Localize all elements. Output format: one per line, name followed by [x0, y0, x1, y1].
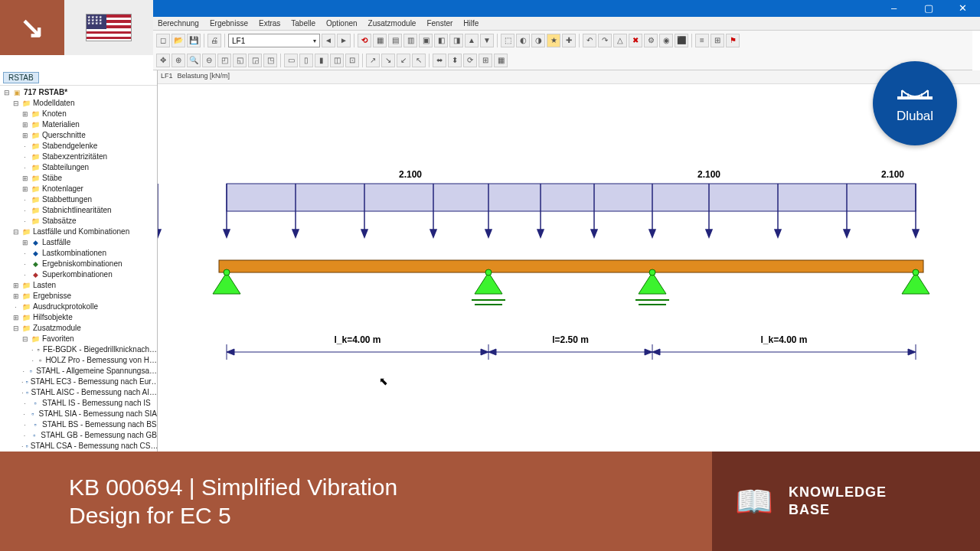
- view-u-icon[interactable]: ⊞: [479, 54, 492, 67]
- support-1[interactable]: [213, 269, 240, 294]
- cursor-icon: ⬉: [379, 375, 388, 387]
- navigator-tabs: RSTAB: [0, 70, 157, 86]
- tree-lfkomb[interactable]: ⊟📁Lastfälle und Kombinationen: [3, 227, 157, 237]
- svg-marker-4: [224, 230, 230, 237]
- tree-stahl-gb[interactable]: ·▫STAHL GB - Bemessung nach GB: [3, 430, 157, 441]
- svg-marker-48: [488, 349, 496, 355]
- tree-stabendgelenke[interactable]: ·📁Stabendgelenke: [3, 141, 157, 152]
- tree-querschnitte[interactable]: ⊞📁Querschnitte: [3, 130, 157, 141]
- tree-holz-pro[interactable]: ·▫HOLZ Pro - Bemessung von H…: [3, 355, 157, 366]
- view-r-icon[interactable]: ⬌: [433, 54, 446, 67]
- kb-title: KB 000694 | Simplified VibrationDesign f…: [0, 473, 712, 530]
- viewport-lf-label: LF1: [161, 72, 173, 82]
- svg-marker-6: [292, 230, 299, 237]
- tree-stahl-allg[interactable]: ·▫STAHL - Allgemeine Spannungsa…: [3, 366, 157, 377]
- tree-lasten[interactable]: ⊞📁Lasten: [3, 280, 157, 291]
- svg-marker-49: [645, 349, 652, 355]
- tree-knoten[interactable]: ⊞📁Knoten: [3, 109, 157, 119]
- beam-member[interactable]: [219, 260, 923, 272]
- tree-lastkomb[interactable]: ·◆Lastkombinationen: [3, 248, 157, 259]
- tree-stabnl[interactable]: ·📁Stabnichtlinearitäten: [3, 205, 157, 216]
- view-n-icon[interactable]: ↗: [366, 54, 380, 67]
- support-3[interactable]: [635, 269, 669, 305]
- svg-point-28: [224, 269, 230, 276]
- tree-stabexz[interactable]: ·📁Stabexzentrizitäten: [3, 152, 157, 162]
- view-j-icon[interactable]: ▯: [299, 54, 313, 67]
- tree-stahl-ec3[interactable]: ·▫STAHL EC3 - Bemessung nach Eur…: [3, 377, 157, 387]
- video-bottom-overlay: KB 000694 | Simplified VibrationDesign f…: [0, 452, 980, 551]
- tree-staebe[interactable]: ⊞📁Stäbe: [3, 173, 157, 184]
- video-top-overlay: ↘ ★★★★★★★★★★★★: [0, 0, 980, 55]
- tree-stahl-sia[interactable]: ·▫STAHL SIA - Bemessung nach SIA: [3, 409, 157, 419]
- model-viewport[interactable]: LF1 Belastung [kN/m]: [158, 70, 980, 452]
- view-c-icon[interactable]: 🔍: [187, 54, 201, 67]
- tree-ergkomb[interactable]: ·◆Ergebniskombinationen: [3, 259, 157, 269]
- svg-marker-51: [908, 349, 916, 355]
- tree-lastfaelle[interactable]: ⊞◆Lastfälle: [3, 237, 157, 248]
- tree-stabbett[interactable]: ·📁Stabbettungen: [3, 194, 157, 205]
- svg-marker-18: [649, 230, 655, 237]
- view-f-icon[interactable]: ◱: [233, 54, 247, 67]
- tree-ausdruck[interactable]: ·📁Ausdruckprotokolle: [3, 302, 157, 312]
- viewport-header: LF1 Belastung [kN/m]: [158, 70, 980, 84]
- structural-diagram[interactable]: 2.100 2.100 2.100: [158, 84, 980, 452]
- svg-point-34: [649, 269, 655, 276]
- svg-marker-8: [361, 230, 368, 237]
- kb-category-block: 📖 KNOWLEDGEBASE: [712, 452, 980, 551]
- tree-stahl-aisc[interactable]: ·▫STAHL AISC - Bemessung nach AI…: [3, 387, 157, 398]
- tree-fe-bgdk[interactable]: ·▫FE-BGDK - Biegedrillknicknach…: [3, 344, 157, 355]
- view-e-icon[interactable]: ◰: [217, 54, 231, 67]
- tree-stahl-csa[interactable]: ·▫STAHL CSA - Bemessung nach CS…: [3, 441, 157, 452]
- tree-stahl-is[interactable]: ·▫STAHL IS - Bemessung nach IS: [3, 398, 157, 409]
- svg-marker-47: [481, 349, 488, 355]
- svg-marker-16: [591, 230, 597, 237]
- view-m-icon[interactable]: ⊡: [345, 54, 359, 67]
- tree-knotenlager[interactable]: ⊞📁Knotenlager: [3, 184, 157, 194]
- tree-hilfsobj[interactable]: ⊞📁Hilfsobjekte: [3, 312, 157, 323]
- svg-marker-46: [227, 349, 234, 355]
- navigator-tree[interactable]: ⊟▣717 RSTAB* ⊟📁Modelldaten ⊞📁Knoten ⊞📁Ma…: [0, 86, 157, 452]
- dim-1: l_k=4.00 m: [334, 334, 381, 345]
- tree-favoriten[interactable]: ⊟📁Favoriten: [3, 334, 157, 344]
- view-o-icon[interactable]: ↘: [381, 54, 395, 67]
- dlubal-badge: Dlubal: [873, 61, 957, 145]
- svg-marker-14: [537, 230, 544, 237]
- tree-superkomb[interactable]: ·◆Superkombinationen: [3, 269, 157, 280]
- support-4[interactable]: [902, 269, 929, 294]
- viewport-caption: Belastung [kN/m]: [178, 72, 230, 82]
- view-p-icon[interactable]: ↙: [397, 54, 410, 67]
- arrow-down-right-icon: ↘: [20, 11, 44, 44]
- view-d-icon[interactable]: ⊖: [202, 54, 216, 67]
- svg-marker-24: [844, 230, 850, 237]
- svg-marker-26: [913, 230, 919, 237]
- tree-zusatz[interactable]: ⊟📁Zusatzmodule: [3, 323, 157, 334]
- tree-project[interactable]: ⊟▣717 RSTAB*: [3, 87, 157, 98]
- language-flag: ★★★★★★★★★★★★: [64, 0, 153, 55]
- view-v-icon[interactable]: ▦: [494, 54, 508, 67]
- bridge-icon: [896, 83, 934, 106]
- tree-modelldaten[interactable]: ⊟📁Modelldaten: [3, 98, 157, 109]
- view-t-icon[interactable]: ⟳: [463, 54, 477, 67]
- view-b-icon[interactable]: ⊕: [172, 54, 185, 67]
- view-i-icon[interactable]: ▭: [284, 54, 298, 67]
- tree-ergebnisse[interactable]: ⊞📁Ergebnisse: [3, 291, 157, 302]
- view-s-icon[interactable]: ⬍: [448, 54, 462, 67]
- dim-2: l=2.50 m: [552, 334, 589, 345]
- view-g-icon[interactable]: ◲: [248, 54, 262, 67]
- view-h-icon[interactable]: ◳: [263, 54, 277, 67]
- tree-stahl-bs[interactable]: ·▫STAHL BS - Bemessung nach BS: [3, 419, 157, 430]
- overlay-corner: ↘: [0, 0, 64, 55]
- tree-stabteil[interactable]: ·📁Stabteilungen: [3, 162, 157, 173]
- view-l-icon[interactable]: ◫: [330, 54, 344, 67]
- load-value-1: 2.100: [399, 169, 422, 180]
- view-q-icon[interactable]: ↖: [412, 54, 426, 67]
- tree-stabsaetze[interactable]: ·📁Stabsätze: [3, 216, 157, 227]
- dim-3: l_k=4.00 m: [760, 334, 807, 345]
- support-2[interactable]: [472, 269, 505, 305]
- navigator-panel: RSTAB ⊟▣717 RSTAB* ⊟📁Modelldaten ⊞📁Knote…: [0, 70, 158, 452]
- navigator-tab-rstab[interactable]: RSTAB: [3, 72, 39, 83]
- svg-marker-20: [706, 230, 712, 237]
- view-a-icon[interactable]: ✥: [156, 54, 170, 67]
- view-k-icon[interactable]: ▮: [315, 54, 328, 67]
- tree-materialien[interactable]: ⊞📁Materialien: [3, 119, 157, 130]
